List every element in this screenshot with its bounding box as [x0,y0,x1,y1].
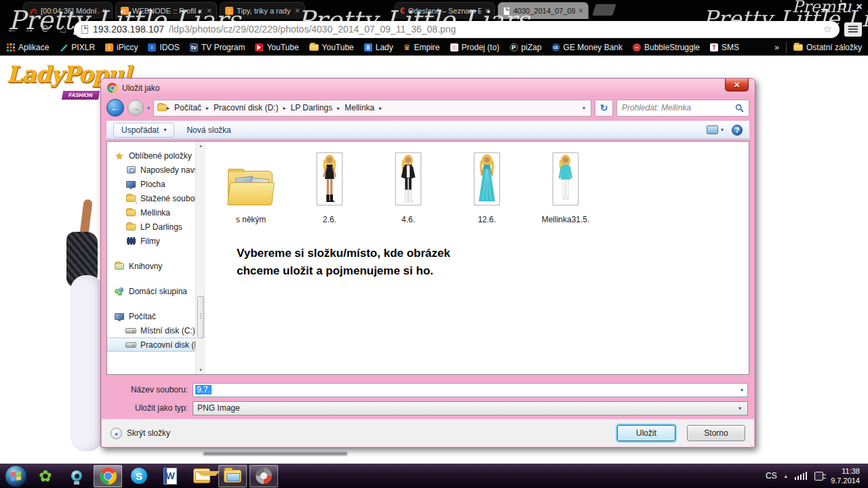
tab-close-icon[interactable]: × [207,7,212,15]
tab-modni-arena[interactable]: [00:04:36] Módní Aréna × [23,2,113,19]
bookmark-sms[interactable]: T SMS [710,43,739,52]
sidebar-item-desktop[interactable]: Plocha [107,177,205,191]
dialog-titlebar[interactable]: Uložit jako [101,79,755,97]
browser-menu-icon[interactable] [844,22,862,37]
taskbar-skype-button[interactable]: S [125,465,153,487]
breadcrumb-item-lp-darlings[interactable]: LP Darlings [285,103,337,113]
minimize-icon[interactable] [821,9,828,10]
taskbar-webcam-button[interactable] [62,465,91,487]
forward-button[interactable]: → [127,100,144,116]
close-icon[interactable]: ✕ [856,2,863,12]
file-item-mellinka31-5[interactable]: Mellinka31.5. [534,152,597,224]
tab-close-icon[interactable]: × [295,7,300,15]
start-button[interactable] [5,465,27,487]
sidebar-item-mellinka[interactable]: Mellinka [107,205,205,220]
sidebar-item-disk-d[interactable]: Pracovní disk (D:) [107,338,205,352]
save-button[interactable]: Uložit [617,425,675,441]
cancel-button[interactable]: Storno [687,425,745,441]
home-icon[interactable]: ⌂ [57,24,69,35]
search-box[interactable]: Prohledat: Mellinka [616,100,749,117]
bookmark-pizap[interactable]: P piZap [510,43,542,52]
sidebar-item-homegroup[interactable]: Domácí skupina [107,284,205,298]
filename-input[interactable]: 9.7. ▾ [193,383,748,397]
scroll-down-icon[interactable]: ▾ [196,367,205,373]
taskbar-photoapp-button[interactable] [250,465,278,487]
bookmark-ge-money-bank[interactable]: GE GE Money Bank [552,43,623,52]
bookmark-youtube-folder[interactable]: YouTube [309,43,354,52]
tray-expand-icon[interactable]: ▴ [785,473,787,479]
sidebar-item-computer[interactable]: Počítač [107,309,205,323]
scroll-up-icon[interactable]: ▴ [196,143,205,148]
help-icon[interactable]: ? [732,125,743,136]
tab-close-icon[interactable]: × [485,7,490,15]
taskbar-icq-button[interactable]: ✿ [31,465,60,487]
power-plug-icon[interactable] [814,472,823,481]
network-signal-icon[interactable] [795,472,808,480]
hide-folders-button[interactable]: ▲ Skrýt složky [111,428,170,439]
dialog-close-button[interactable]: ✕ [725,79,749,92]
file-item-12-6[interactable]: 12.6. [455,152,519,224]
reload-icon[interactable]: ⟳ [40,24,52,35]
breadcrumb[interactable]: ▸ Počítač ▸ Pracovní disk (D:) ▸ LP Darl… [153,100,591,117]
taskbar-explorer-button[interactable] [218,465,247,487]
bookmark-star-icon[interactable]: ☆ [823,23,832,35]
sidebar-scrollbar[interactable]: ▴ ▾ [195,142,205,374]
chevron-down-icon[interactable]: ▾ [741,387,745,393]
bookmarks-overflow-icon[interactable]: » [774,43,779,52]
breadcrumb-item-pocitac[interactable]: Počítač [170,103,206,113]
tab-seznam-email[interactable]: € Odeslané – Seznam Email × [395,2,495,19]
sidebar-item-recent[interactable]: Naposledy navští [107,163,205,177]
sidebar-item-lp-darlings[interactable]: LP Darlings [107,220,205,234]
chevron-down-icon[interactable]: ▾ [738,405,743,411]
taskbar-chrome-button[interactable] [94,465,122,487]
tab-image-active[interactable]: 4030_2014_07_09_11_36_08 × [498,2,589,19]
back-button[interactable]: ← [106,99,124,117]
filetype-select[interactable]: PNG Image ▾ [193,401,748,415]
sidebar-item-disk-c[interactable]: Místní disk (C:) [107,323,205,338]
back-icon[interactable]: ← [6,24,18,35]
bookmark-pixlr[interactable]: PIXLR [59,43,95,52]
breadcrumb-item-disk-d[interactable]: Pracovní disk (D:) [209,103,283,113]
tab-webnode-profil[interactable]: : WEBNODE :: Profil :: KlubD × [115,2,217,19]
scrollbar-thumb[interactable] [197,296,204,338]
skype-icon: S [131,468,147,484]
forward-icon[interactable]: → [23,24,35,35]
new-tab-button[interactable] [592,4,616,16]
views-button[interactable]: ▾ [707,125,724,134]
breadcrumb-item-mellinka[interactable]: Mellinka [340,103,379,113]
sidebar-item-filmy[interactable]: Filmy [107,234,205,248]
folder-item-s-nekym[interactable]: s někým [219,166,283,224]
bookmark-empire[interactable]: ♛ Empire [403,43,440,52]
refresh-button[interactable]: ↻ [595,100,613,117]
sidebar-item-downloads[interactable]: ↓ Stažené soubory [107,191,205,205]
tab-close-icon[interactable]: × [578,7,583,15]
recent-pages-icon[interactable]: ▾ [147,105,150,111]
address-bar[interactable]: 193.203.198.107 /ldp3/photos/cz/29/02/22… [74,21,840,38]
other-bookmarks-button[interactable]: Ostatní záložky [793,43,862,52]
tab-close-icon[interactable]: × [102,7,107,15]
restore-icon[interactable] [839,4,845,9]
bookmark-youtube[interactable]: YouTube [255,43,298,52]
organize-button[interactable]: Uspořádat ▾ [113,123,174,138]
file-item-4-6[interactable]: 4.6. [376,152,440,224]
bookmark-aplikace[interactable]: Aplikace [6,43,49,52]
search-icon[interactable] [735,104,744,113]
bookmark-idos[interactable]: ≡ IDOS [148,43,179,52]
bookmark-ipiccy[interactable]: i iPiccy [105,43,138,52]
resize-grip[interactable]: ⋱ [746,439,753,446]
address-dropdown-icon[interactable]: ▾ [583,105,587,111]
taskbar-clock[interactable]: 11:38 9.7.2014 [831,466,860,486]
bookmark-bubblestruggle[interactable]: •• BubbleStruggle [633,43,700,52]
sidebar-item-libraries[interactable]: Knihovny [107,259,205,273]
sidebar-item-favorites[interactable]: ★ Oblíbené položky [107,148,205,163]
bookmark-tv-program[interactable]: tv TV Program [190,43,245,52]
bookmark-prodej[interactable]: ♀ Prodej (to) [450,43,500,52]
taskbar-word-button[interactable]: W [156,465,184,487]
taskbar-outlook-button[interactable] [187,465,216,487]
language-indicator[interactable]: CS [766,471,777,481]
tab-tipy-triky[interactable]: : Tipy, triky a rady :: KlubD × [220,2,305,19]
new-folder-button[interactable]: Nová složka [186,125,231,135]
bookmark-lady[interactable]: 8 Lady [364,43,393,52]
file-item-2-6[interactable]: 2.6. [298,152,361,224]
chevron-right-icon[interactable]: ▸ [379,105,382,111]
